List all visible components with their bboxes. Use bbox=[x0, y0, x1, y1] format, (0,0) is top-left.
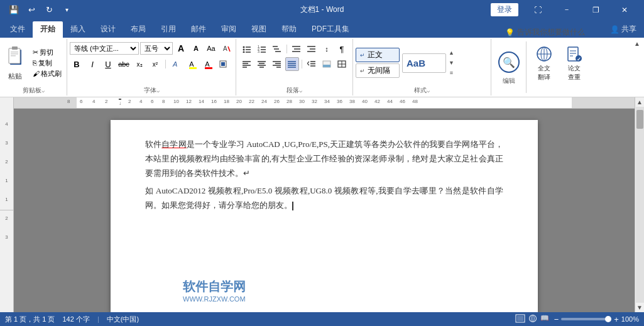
scroll-track[interactable] bbox=[636, 107, 644, 303]
font-group-label[interactable]: 字体 ⌵ bbox=[68, 85, 234, 95]
show-marks-button[interactable]: ¶ bbox=[335, 42, 349, 56]
tab-review[interactable]: 审阅 bbox=[214, 21, 244, 38]
italic-button[interactable]: I bbox=[85, 57, 99, 71]
styles-group-label[interactable]: 样式 ⌵ bbox=[354, 85, 489, 95]
scroll-down-button[interactable]: ▼ bbox=[635, 303, 645, 312]
line-spacing-icon bbox=[307, 60, 316, 68]
tell-me[interactable]: 💡 告诉我你想要做什么 bbox=[500, 27, 590, 38]
style-normal-item[interactable]: ↵ 正文 bbox=[356, 48, 400, 62]
full-translate-button[interactable]: 全文 翻译 bbox=[530, 41, 558, 84]
minimize-button[interactable]: － bbox=[552, 0, 581, 19]
undo-icon[interactable]: ↩ bbox=[23, 0, 40, 19]
tab-view[interactable]: 视图 bbox=[244, 21, 274, 38]
tab-help[interactable]: 帮助 bbox=[274, 21, 304, 38]
highlight-button[interactable]: A bbox=[185, 57, 199, 71]
scroll-thumb[interactable] bbox=[636, 110, 643, 129]
copy-label: 复制 bbox=[38, 58, 52, 68]
more-qat-icon[interactable]: ▾ bbox=[58, 0, 75, 19]
multilevel-button[interactable] bbox=[270, 42, 284, 56]
subscript-button[interactable]: x₂ bbox=[133, 57, 146, 71]
font-size-select[interactable]: 五号 bbox=[140, 42, 173, 55]
format-painter-button[interactable]: 🖌 格式刷 bbox=[30, 68, 64, 79]
bold-button[interactable]: B bbox=[70, 57, 84, 71]
styles-scroll-down[interactable]: ▼ bbox=[449, 60, 454, 66]
tab-pdf[interactable]: PDF工具集 bbox=[304, 21, 357, 38]
font-name-select[interactable]: 等线 (中文正... bbox=[70, 42, 139, 55]
expand-icon[interactable]: ⛶ bbox=[523, 0, 552, 19]
status-sep1: | bbox=[97, 315, 99, 323]
zoom-in-button[interactable]: + bbox=[614, 315, 619, 324]
strikethrough-button[interactable]: abc bbox=[117, 57, 131, 71]
line-spacing-button[interactable] bbox=[305, 57, 319, 71]
page-content[interactable]: 软件自学网是一个专业学习 AutoCAD ,UG,Pro/E,PS,天正建筑等各… bbox=[145, 138, 503, 213]
cut-button[interactable]: ✂ 剪切 bbox=[30, 47, 64, 58]
clear-format-button[interactable]: A bbox=[219, 41, 233, 55]
format-painter-icon: 🖌 bbox=[33, 70, 40, 77]
justify-button[interactable] bbox=[285, 57, 299, 71]
save-icon[interactable]: 💾 bbox=[5, 0, 23, 19]
style-nospace-item[interactable]: ↵ 无间隔 bbox=[356, 63, 400, 78]
paper-check-button[interactable]: ✓ 论文 查重 bbox=[560, 41, 588, 84]
styles-group: ↵ 正文 ↵ 无间隔 AaB ▲ ▼ ≡ bbox=[353, 39, 491, 95]
decrease-indent-button[interactable] bbox=[290, 42, 303, 56]
zoom-out-button[interactable]: − bbox=[554, 315, 559, 324]
share-button[interactable]: 👤 共享 bbox=[603, 21, 644, 38]
color-border-button[interactable] bbox=[216, 57, 230, 71]
collapse-ribbon-button[interactable]: ▲ bbox=[633, 39, 644, 48]
styles-scroll-up[interactable]: ▲ bbox=[449, 50, 454, 56]
search-circle-icon: 🔍 bbox=[498, 52, 520, 73]
copy-button[interactable]: ⎘ 复制 bbox=[30, 58, 64, 68]
shading-button[interactable] bbox=[320, 57, 334, 71]
document-page[interactable]: 软件自学网是一个专业学习 AutoCAD ,UG,Pro/E,PS,天正建筑等各… bbox=[111, 120, 538, 312]
tab-references[interactable]: 引用 bbox=[153, 21, 183, 38]
align-right-button[interactable] bbox=[270, 57, 284, 71]
tab-file[interactable]: 文件 bbox=[3, 21, 33, 38]
align-center-button[interactable] bbox=[255, 57, 269, 71]
borders-button[interactable] bbox=[335, 57, 349, 71]
read-view[interactable]: 📖 bbox=[540, 314, 549, 324]
clipboard-group-label[interactable]: 剪贴板 ⌵ bbox=[1, 85, 65, 95]
document-area[interactable]: 软件自学网是一个专业学习 AutoCAD ,UG,Pro/E,PS,天正建筑等各… bbox=[14, 109, 635, 312]
right-scrollbar: ▲ ▼ bbox=[635, 97, 644, 312]
change-case-button[interactable]: Aa bbox=[204, 41, 218, 55]
search-button[interactable]: 🔍 bbox=[496, 49, 522, 75]
font-format-row: B I U abc x₂ x² A bbox=[68, 57, 231, 72]
tab-mailings[interactable]: 邮件 bbox=[183, 21, 214, 38]
underline-button[interactable]: U bbox=[101, 57, 115, 71]
translate-top-label: 全文 bbox=[538, 64, 550, 73]
grow-font-button[interactable]: A bbox=[174, 41, 188, 55]
zoom-slider-track[interactable] bbox=[561, 318, 611, 320]
paragraph-1: 软件自学网是一个专业学习 AutoCAD ,UG,Pro/E,PS,天正建筑等各… bbox=[145, 138, 503, 180]
close-button[interactable]: ✕ bbox=[610, 0, 639, 19]
zoom-percent[interactable]: 100% bbox=[621, 315, 639, 323]
language-info[interactable]: 中文(中国) bbox=[107, 315, 139, 324]
login-button[interactable]: 登录 bbox=[491, 3, 518, 16]
restore-button[interactable]: ❐ bbox=[581, 0, 610, 19]
align-left-button[interactable] bbox=[240, 57, 254, 71]
redo-icon[interactable]: ↻ bbox=[40, 0, 58, 19]
numbering-button[interactable]: 1. 2. 3. bbox=[255, 42, 269, 56]
tab-layout[interactable]: 布局 bbox=[123, 21, 153, 38]
style-heading1-item[interactable]: AaB bbox=[402, 53, 446, 73]
font-color-button[interactable]: A bbox=[200, 57, 214, 71]
clear-format-icon: A bbox=[222, 44, 231, 53]
style-normal-checkmark: ↵ bbox=[360, 52, 365, 58]
print-layout-view[interactable] bbox=[515, 314, 525, 324]
translate-icon bbox=[534, 44, 554, 64]
sort-button[interactable]: ↕ bbox=[320, 42, 334, 56]
increase-indent-button[interactable] bbox=[305, 42, 319, 56]
text-effect-button[interactable]: A bbox=[169, 57, 183, 71]
tab-insert[interactable]: 插入 bbox=[63, 21, 93, 38]
styles-more-button[interactable]: ≡ bbox=[450, 70, 453, 76]
tab-design[interactable]: 设计 bbox=[93, 21, 123, 38]
paste-button[interactable]: 粘贴 bbox=[1, 44, 29, 82]
web-view[interactable] bbox=[528, 314, 538, 324]
cut-label: 剪切 bbox=[40, 48, 53, 57]
paragraph-group-label[interactable]: 段落 ⌵ bbox=[237, 85, 351, 95]
superscript-button[interactable]: x² bbox=[148, 57, 162, 71]
scroll-up-button[interactable]: ▲ bbox=[635, 97, 645, 107]
ruler-inner: 8 6 4 2 ↓ 2 4 6 8 10 12 14 16 18 20 22 2 bbox=[14, 97, 635, 108]
shrink-font-button[interactable]: A bbox=[189, 41, 203, 55]
bullets-button[interactable] bbox=[240, 42, 254, 56]
tab-home[interactable]: 开始 bbox=[33, 21, 63, 38]
